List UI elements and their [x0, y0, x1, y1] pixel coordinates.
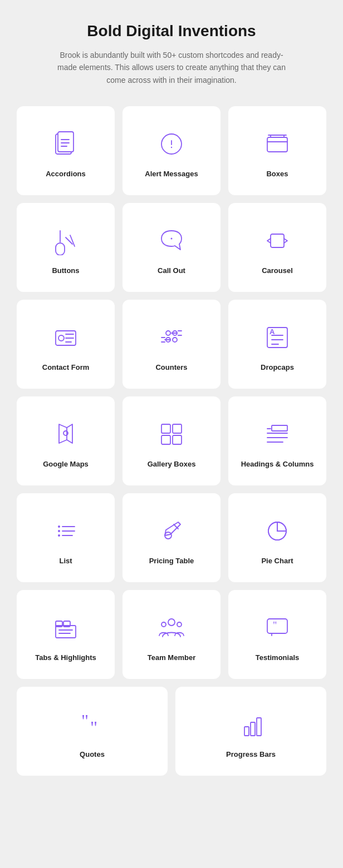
svg-rect-68: [267, 619, 287, 633]
svg-point-26: [173, 338, 177, 342]
svg-rect-17: [271, 234, 284, 247]
alert-label: Alert Messages: [145, 170, 198, 179]
list-label: List: [59, 557, 72, 566]
dropcaps-label: Dropcaps: [261, 363, 294, 373]
gallery-icon: [155, 418, 188, 451]
boxes-label: Boxes: [266, 170, 288, 179]
piechart-icon: [261, 514, 294, 548]
svg-point-49: [58, 525, 60, 528]
svg-rect-73: [251, 722, 255, 736]
svg-text:": ": [273, 620, 277, 631]
svg-point-23: [166, 331, 170, 335]
contactform-label: Contact Form: [42, 363, 90, 373]
card-team-member[interactable]: Team Member: [122, 590, 220, 679]
list-icon: [49, 514, 82, 548]
card-progress-bars[interactable]: Progress Bars: [175, 687, 326, 776]
card-pie-chart[interactable]: Pie Chart: [228, 493, 326, 582]
callout-label: Call Out: [158, 266, 185, 276]
svg-rect-43: [173, 435, 182, 444]
bottom-row: " " Quotes Progress Bars: [17, 687, 326, 776]
card-grid: Accordions Alert Messages: [17, 106, 326, 679]
svg-text:A: A: [270, 328, 275, 336]
dropcaps-icon: A: [261, 321, 294, 354]
page-title: Bold Digital Inventions: [17, 22, 326, 40]
progress-icon: [234, 708, 268, 741]
gallery-label: Gallery Boxes: [148, 460, 196, 469]
accordions-icon: [49, 127, 82, 161]
pricing-icon: [155, 514, 188, 548]
card-call-out[interactable]: Call Out: [122, 203, 220, 292]
svg-text:": ": [81, 711, 89, 731]
svg-rect-60: [56, 626, 76, 638]
progress-label: Progress Bars: [226, 750, 276, 760]
piechart-label: Pie Chart: [261, 557, 293, 566]
svg-point-50: [58, 530, 60, 532]
svg-point-7: [171, 147, 172, 148]
card-contact-form[interactable]: Contact Form: [17, 300, 115, 389]
testimonials-icon: ": [261, 611, 294, 644]
card-tabs-highlights[interactable]: Tabs & Highlights: [17, 590, 115, 679]
card-quotes[interactable]: " " Quotes: [17, 687, 168, 776]
page-subtitle: Brook is abundantly built with 50+ custo…: [55, 49, 288, 86]
svg-rect-48: [272, 425, 287, 431]
team-label: Team Member: [148, 653, 195, 663]
counters-icon: [155, 321, 188, 354]
contactform-icon: [49, 321, 82, 354]
card-pricing-table[interactable]: Pricing Table: [122, 493, 220, 582]
svg-point-67: [177, 622, 182, 627]
quotes-icon: " ": [76, 708, 109, 741]
svg-rect-41: [173, 424, 182, 433]
headings-label: Headings & Columns: [241, 460, 314, 469]
card-google-maps[interactable]: Google Maps: [17, 396, 115, 485]
quotes-label: Quotes: [80, 750, 105, 760]
card-counters[interactable]: Counters: [122, 300, 220, 389]
callout-icon: [155, 224, 188, 257]
accordions-label: Accordions: [46, 170, 86, 179]
svg-rect-8: [267, 137, 287, 152]
svg-rect-74: [257, 718, 261, 736]
pricing-label: Pricing Table: [149, 557, 194, 566]
card-alert-messages[interactable]: Alert Messages: [122, 106, 220, 195]
tabs-icon: [49, 611, 82, 644]
card-buttons[interactable]: Buttons: [17, 203, 115, 292]
svg-point-19: [58, 335, 64, 341]
svg-point-51: [58, 534, 60, 537]
team-icon: [155, 611, 188, 644]
svg-point-65: [168, 619, 175, 626]
svg-line-15: [70, 235, 75, 246]
card-boxes[interactable]: Boxes: [228, 106, 326, 195]
svg-point-66: [161, 622, 166, 627]
card-testimonials[interactable]: " Testimonials: [228, 590, 326, 679]
svg-rect-40: [161, 424, 170, 433]
counters-label: Counters: [155, 363, 187, 373]
boxes-icon: [261, 127, 294, 161]
card-list[interactable]: List: [17, 493, 115, 582]
buttons-icon: [49, 224, 82, 257]
card-accordions[interactable]: Accordions: [17, 106, 115, 195]
carousel-label: Carousel: [262, 266, 293, 276]
maps-icon: [49, 418, 82, 451]
card-dropcaps[interactable]: A Dropcaps: [228, 300, 326, 389]
headings-icon: [261, 418, 294, 451]
alert-icon: [155, 127, 188, 161]
svg-rect-1: [58, 132, 74, 152]
svg-rect-12: [56, 243, 65, 255]
maps-label: Google Maps: [43, 460, 89, 469]
buttons-label: Buttons: [52, 266, 79, 276]
svg-rect-72: [244, 727, 249, 736]
svg-point-16: [171, 237, 173, 239]
page-wrapper: Bold Digital Inventions Brook is abundan…: [0, 0, 343, 798]
card-carousel[interactable]: Carousel: [228, 203, 326, 292]
carousel-icon: [261, 224, 294, 257]
svg-text:": ": [90, 717, 97, 737]
testimonials-label: Testimonials: [256, 653, 300, 663]
card-headings-columns[interactable]: Headings & Columns: [228, 396, 326, 485]
svg-rect-42: [161, 435, 170, 444]
tabs-label: Tabs & Highlights: [35, 653, 96, 663]
card-gallery-boxes[interactable]: Gallery Boxes: [122, 396, 220, 485]
